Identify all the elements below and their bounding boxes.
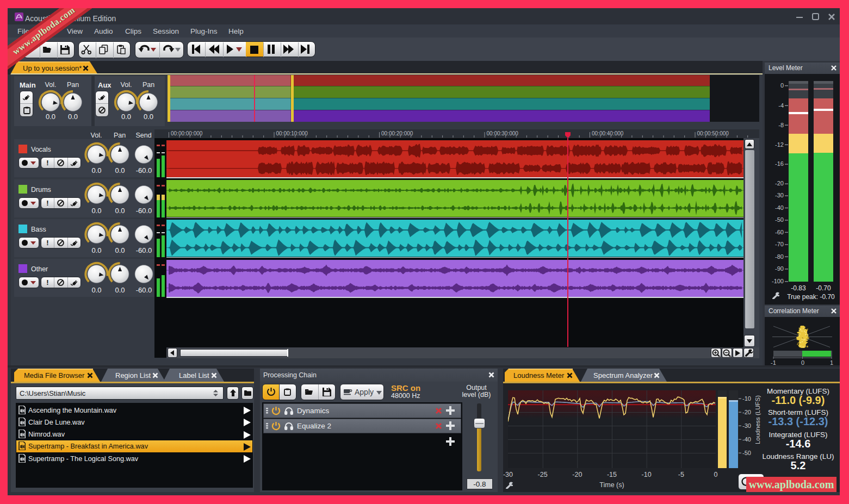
svg-text:-30: -30 bbox=[742, 422, 751, 429]
svg-text:-20: -20 bbox=[775, 180, 784, 186]
svg-text:-90: -90 bbox=[775, 265, 784, 272]
svg-text:-50: -50 bbox=[775, 216, 784, 223]
svg-text:-30: -30 bbox=[775, 192, 784, 198]
svg-text:-4: -4 bbox=[778, 102, 784, 109]
svg-text:-50: -50 bbox=[742, 450, 751, 456]
svg-text:-16: -16 bbox=[775, 160, 784, 167]
svg-text:-40: -40 bbox=[742, 436, 751, 443]
svg-text:-60: -60 bbox=[775, 229, 784, 235]
svg-text:-20: -20 bbox=[742, 409, 751, 415]
svg-text:-100: -100 bbox=[772, 278, 784, 284]
svg-text:-70: -70 bbox=[775, 241, 784, 247]
svg-text:0: 0 bbox=[780, 82, 784, 89]
svg-text:-10: -10 bbox=[742, 395, 751, 402]
svg-text:-8: -8 bbox=[778, 122, 784, 128]
svg-text:-40: -40 bbox=[775, 204, 784, 211]
svg-text:-80: -80 bbox=[775, 253, 784, 260]
svg-text:-12: -12 bbox=[775, 141, 784, 148]
